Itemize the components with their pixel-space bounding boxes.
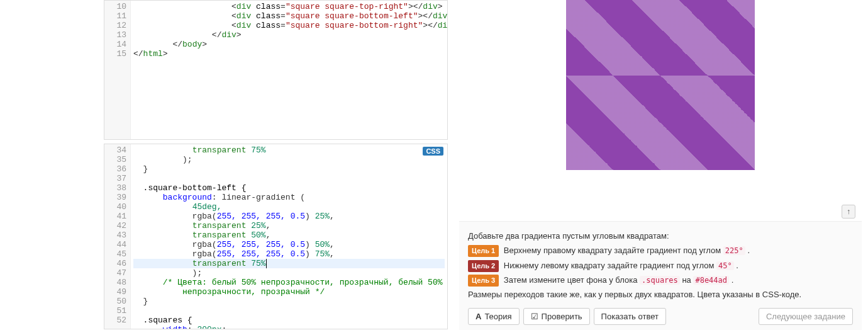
scroll-top-button[interactable]: ↑ [842,205,855,219]
goal-1-code: 225° [723,246,745,255]
task-panel: Добавьте два градиента пустым угловым кв… [459,221,862,303]
css-badge: CSS [423,147,443,156]
squares-demo [566,0,755,170]
goal-1-text: Верхнему правому квадрату задайте градие… [504,246,723,255]
theory-button[interactable]: AТеория [468,308,520,325]
check-button[interactable]: ☑Проверить [523,308,590,325]
show-answer-button[interactable]: Показать ответ [594,308,666,325]
goal-3-badge: Цель 3 [468,275,499,287]
goal-2-text: Нижнему левому квадрату задайте градиент… [504,261,716,270]
goal-1-badge: Цель 1 [468,245,499,257]
goal-2-code: 45° [716,261,734,270]
task-intro: Добавьте два градиента пустым угловым кв… [468,230,853,242]
check-icon: ☑ [531,312,538,321]
goal-3-code2: #8e44ad [693,276,729,285]
goal-3-text: Затем измените цвет фона у блока [504,275,640,285]
css-editor[interactable]: CSS 343536373839404142434445464748495051… [104,144,448,329]
task-note: Размеры переходов такие же, как у первых… [468,288,853,301]
arrow-up-icon: ↑ [847,207,850,216]
html-editor[interactable]: 101112131415 <div class="square square-t… [104,0,448,140]
next-task-button[interactable]: Следующее задание [759,308,853,325]
button-bar: AТеория ☑Проверить Показать ответ Следую… [459,303,862,330]
goal-2-badge: Цель 2 [468,260,499,272]
goal-3-code1: .squares [640,276,680,285]
preview-pane [459,0,862,221]
